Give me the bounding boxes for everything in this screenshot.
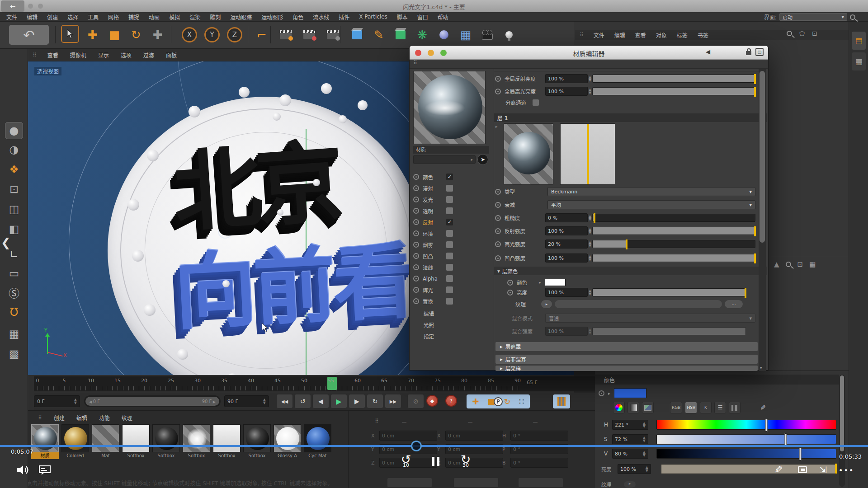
- next-frame-button[interactable]: ▶: [349, 394, 365, 408]
- channel-checkbox[interactable]: [446, 253, 453, 259]
- menubar-item-雕刻[interactable]: 雕刻: [210, 13, 221, 21]
- channel-反射[interactable]: 反射✓: [410, 216, 495, 228]
- saturation-field[interactable]: 72 %▲▼: [612, 434, 648, 444]
- camera-toggle-icon[interactable]: ⊡: [812, 30, 817, 37]
- grid-icon[interactable]: ▦: [809, 260, 816, 268]
- stepper[interactable]: ▲▼: [589, 228, 591, 234]
- workplane-grid-toggle[interactable]: ▩: [5, 345, 23, 362]
- last-used-tool[interactable]: ✚: [148, 25, 168, 45]
- stepper[interactable]: ▲▼: [589, 88, 591, 94]
- render-settings-button[interactable]: [323, 25, 343, 45]
- viewport-menu-查看[interactable]: 查看: [47, 51, 58, 59]
- coord-field[interactable]: 0 °: [510, 431, 568, 441]
- previous-frame-button[interactable]: ◀: [312, 394, 329, 408]
- triangle-up-icon[interactable]: ▲: [774, 260, 779, 268]
- lock-x-axis[interactable]: X: [179, 25, 199, 45]
- lock-z-axis[interactable]: Z: [225, 25, 245, 45]
- add-cube-object-button[interactable]: [347, 25, 367, 45]
- saturation-handle[interactable]: [785, 433, 787, 446]
- layer-expand-icon[interactable]: ▸: [495, 124, 498, 129]
- menubar-item-编辑[interactable]: 编辑: [27, 13, 38, 21]
- texture-expand-pill[interactable]: ▸: [541, 300, 552, 308]
- falloff-dropdown[interactable]: 平均▾: [547, 200, 755, 209]
- max-frame-field[interactable]: 90 F▲▼: [224, 395, 269, 407]
- menubar-item-角色[interactable]: 角色: [292, 13, 303, 21]
- channel-Alpha[interactable]: Alpha: [410, 273, 495, 284]
- channel-漫射[interactable]: 漫射: [410, 183, 495, 194]
- layout-tab-icon[interactable]: ▤: [852, 32, 866, 50]
- channel-环境[interactable]: 环境: [410, 228, 495, 239]
- detach-icon[interactable]: ▤: [755, 48, 764, 56]
- channel-checkbox[interactable]: [446, 230, 453, 237]
- type-dropdown[interactable]: Beckmann▾: [547, 187, 755, 196]
- swatches-button[interactable]: [729, 402, 741, 413]
- material-item-Glossy A[interactable]: Glossy A: [274, 424, 301, 459]
- anim-radio-icon[interactable]: [495, 76, 501, 82]
- brightness-slider[interactable]: [661, 464, 836, 474]
- record-keyframe-button[interactable]: ◆: [426, 395, 438, 407]
- expand-icon[interactable]: ▸: [539, 280, 541, 285]
- stepper[interactable]: ▲▼: [589, 241, 591, 247]
- menubar-item-窗口[interactable]: 窗口: [417, 13, 428, 21]
- panel-grid-icon[interactable]: ⠿: [413, 60, 417, 66]
- param-field[interactable]: 100 %: [545, 74, 588, 83]
- material-preview[interactable]: [413, 71, 486, 144]
- goto-start-button[interactable]: ◀◀: [276, 394, 293, 408]
- material-item-材质[interactable]: 材质: [31, 424, 59, 459]
- live-selection-tool[interactable]: [61, 25, 79, 43]
- menubar-item-插件[interactable]: 插件: [339, 13, 349, 21]
- stepper[interactable]: ▲▼: [589, 289, 591, 296]
- menubar-item-动画[interactable]: 动画: [149, 13, 160, 21]
- param-slider[interactable]: [592, 288, 746, 296]
- channel-透明[interactable]: 透明: [410, 205, 495, 216]
- layer-color-swatch[interactable]: [545, 279, 566, 286]
- section-层采样[interactable]: ▸层采样: [495, 366, 758, 371]
- param-field[interactable]: 100 %: [545, 288, 588, 297]
- add-camera-button[interactable]: [477, 25, 497, 45]
- add-light-button[interactable]: [499, 25, 519, 45]
- coord-field[interactable]: 0 cm: [379, 431, 437, 441]
- anim-radio-icon[interactable]: [495, 215, 501, 221]
- menubar-item-选择[interactable]: 选择: [67, 13, 78, 21]
- hsv-mode-button[interactable]: HSV: [685, 402, 697, 413]
- om-menu-标签[interactable]: 标签: [677, 31, 688, 39]
- menubar-item-网格[interactable]: 网格: [108, 13, 119, 21]
- channel-checkbox[interactable]: [446, 196, 453, 203]
- om-menu-编辑[interactable]: 编辑: [614, 31, 625, 39]
- shrink-player-icon[interactable]: ⇲: [819, 465, 827, 475]
- color-wheel-button[interactable]: [613, 402, 625, 413]
- material-name-dropdown[interactable]: ▸: [413, 155, 476, 164]
- material-item-Softbox[interactable]: Softbox: [183, 424, 210, 459]
- anim-radio-icon[interactable]: [507, 290, 513, 296]
- brightness-field[interactable]: 100 %▲▼: [618, 464, 651, 474]
- material-item-Mat[interactable]: Mat: [92, 424, 119, 459]
- om-menu-查看[interactable]: 查看: [635, 31, 646, 39]
- layer-preview-sphere[interactable]: [504, 123, 553, 185]
- channel-发光[interactable]: 发光: [410, 194, 495, 205]
- channel-checkbox[interactable]: ✓: [446, 219, 453, 225]
- gradient-button[interactable]: [627, 402, 639, 413]
- hue-field[interactable]: 221 °▲▼: [612, 420, 648, 430]
- param-slider[interactable]: [592, 75, 755, 83]
- channel-烟雾[interactable]: 烟雾: [410, 239, 495, 250]
- channel-置换[interactable]: 置换: [410, 296, 495, 307]
- hue-handle[interactable]: [765, 419, 767, 432]
- menubar-item-X-Particles[interactable]: X-Particles: [359, 14, 387, 20]
- channel-checkbox[interactable]: [446, 185, 453, 192]
- lock-icon[interactable]: [746, 51, 751, 55]
- editor-menu-编辑[interactable]: 编辑: [410, 308, 495, 319]
- panel-tab-icon[interactable]: ▦: [852, 52, 866, 70]
- anim-radio-icon[interactable]: [507, 280, 513, 286]
- value-field[interactable]: 80 %▲▼: [612, 449, 648, 459]
- rgb-mode-button[interactable]: RGB: [670, 402, 682, 413]
- kelvin-mode-button[interactable]: K: [700, 402, 712, 413]
- add-floor-button[interactable]: ▦: [456, 25, 476, 45]
- material-item-Softbox[interactable]: Softbox: [213, 424, 241, 459]
- move-tool[interactable]: ✚: [83, 25, 103, 45]
- section-层遮罩[interactable]: ▸层遮罩: [495, 342, 758, 351]
- menubar-item-创建[interactable]: 创建: [47, 13, 58, 21]
- add-deformer-button[interactable]: [434, 25, 454, 45]
- timeline-ruler[interactable]: 65 F 05101520253035404550556065707580859…: [34, 376, 613, 391]
- menubar-item-工具[interactable]: 工具: [88, 13, 99, 21]
- add-mograph-cloner-button[interactable]: ❋: [412, 25, 432, 45]
